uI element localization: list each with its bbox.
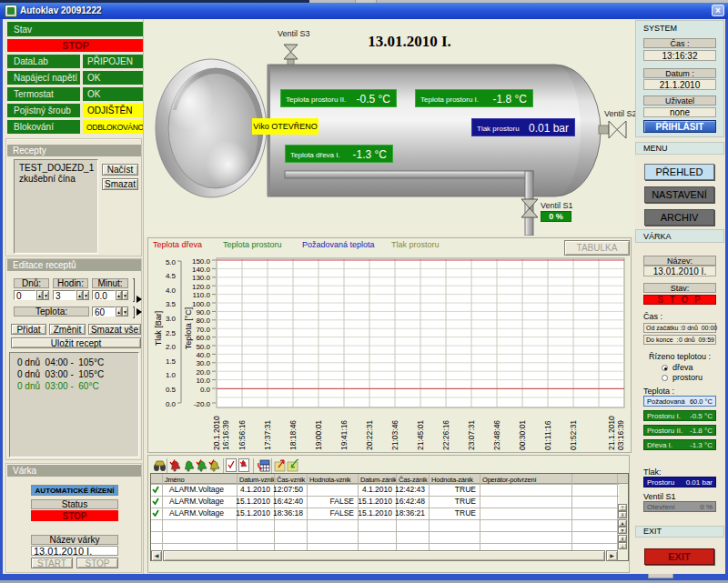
svg-text:70.0: 70.0 [196, 326, 210, 334]
svg-text:19:41:16: 19:41:16 [339, 420, 349, 450]
svg-text:18:18:46: 18:18:46 [288, 420, 298, 450]
svg-text:0.0: 0.0 [166, 400, 177, 408]
svg-text:23:07:31: 23:07:31 [467, 420, 476, 450]
svg-text:21:45:01: 21:45:01 [416, 420, 425, 450]
svg-text:23:48:46: 23:48:46 [492, 420, 501, 450]
svg-text:01:11:16: 01:11:16 [543, 420, 552, 450]
svg-text:0.5: 0.5 [166, 386, 177, 394]
svg-text:03:16:39: 03:16:39 [616, 420, 625, 450]
svg-text:16:16:39: 16:16:39 [221, 420, 230, 450]
svg-text:80.0: 80.0 [196, 317, 210, 325]
svg-text:50.0: 50.0 [196, 343, 210, 351]
svg-text:20.1.2010: 20.1.2010 [212, 416, 221, 450]
svg-text:90.0: 90.0 [196, 308, 210, 317]
svg-text:21.1.2010: 21.1.2010 [607, 416, 616, 450]
svg-text:Teplota [°C]: Teplota [°C] [184, 307, 193, 350]
svg-text:150.0: 150.0 [192, 257, 211, 266]
svg-text:110.0: 110.0 [193, 291, 211, 299]
svg-text:30.0: 30.0 [196, 359, 210, 367]
svg-text:3.5: 3.5 [166, 300, 177, 308]
svg-text:0.0: 0.0 [200, 386, 211, 394]
svg-text:17:37:31: 17:37:31 [263, 420, 272, 450]
svg-text:10.0: 10.0 [196, 377, 210, 385]
svg-text:16:56:16: 16:56:16 [238, 420, 247, 450]
svg-text:Tlak [Bar]: Tlak [Bar] [154, 311, 163, 347]
svg-text:1.5: 1.5 [166, 357, 177, 366]
svg-text:4.5: 4.5 [166, 272, 177, 280]
svg-text:2.0: 2.0 [166, 343, 177, 351]
svg-text:140.0: 140.0 [192, 266, 211, 274]
svg-text:5.0: 5.0 [166, 258, 177, 266]
svg-text:20.0: 20.0 [196, 368, 210, 377]
svg-text:01:52:31: 01:52:31 [569, 420, 578, 450]
svg-text:19:00:01: 19:00:01 [314, 420, 323, 450]
svg-text:2.5: 2.5 [166, 329, 177, 337]
svg-text:120.0: 120.0 [192, 283, 211, 291]
svg-text:100.0: 100.0 [192, 300, 211, 308]
svg-text:3.0: 3.0 [166, 315, 177, 323]
svg-text:21:03:46: 21:03:46 [390, 420, 399, 450]
svg-text:4.0: 4.0 [166, 286, 177, 295]
svg-text:1.0: 1.0 [166, 371, 177, 379]
svg-text:20:22:31: 20:22:31 [365, 420, 374, 450]
svg-text:00:30:01: 00:30:01 [518, 420, 527, 450]
svg-text:22:26:16: 22:26:16 [441, 420, 450, 450]
svg-text:-20.0: -20.0 [194, 400, 211, 408]
svg-text:130.0: 130.0 [192, 274, 211, 282]
svg-text:40.0: 40.0 [196, 351, 210, 359]
svg-text:60.0: 60.0 [196, 334, 210, 342]
